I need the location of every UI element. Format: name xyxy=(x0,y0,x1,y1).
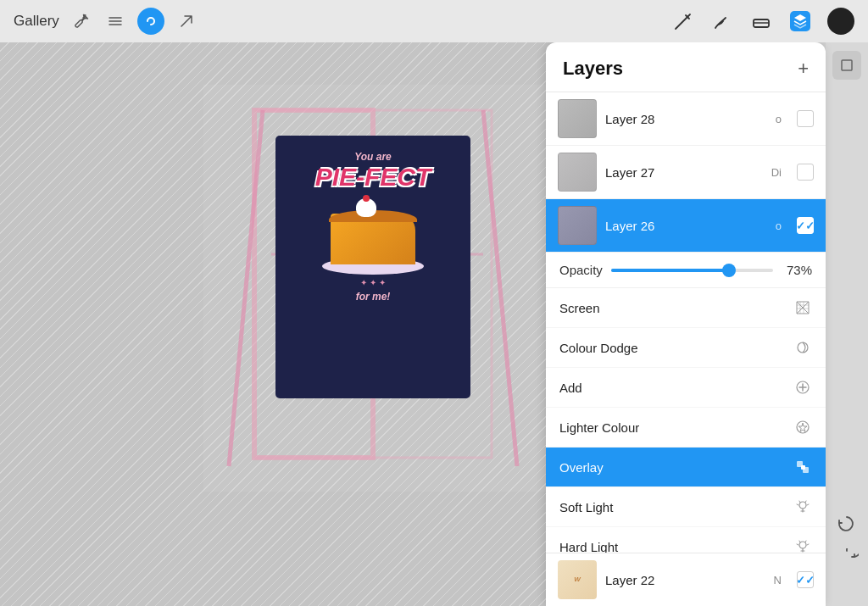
layers-header: Layers + xyxy=(546,42,826,92)
layer-27-mode: Di xyxy=(771,166,782,179)
pencil-icon[interactable] xyxy=(671,9,695,33)
card-text-3: for me! xyxy=(356,291,391,303)
svg-line-3 xyxy=(229,110,263,466)
layer-26-name: Layer 26 xyxy=(605,219,767,233)
blend-screen-icon xyxy=(793,298,812,317)
layer-28-mode: o xyxy=(776,113,782,125)
layer-27-name: Layer 27 xyxy=(605,165,763,180)
opacity-value: 73% xyxy=(782,263,812,277)
blend-lighter-colour-icon xyxy=(793,418,812,436)
layer-27-visibility[interactable] xyxy=(797,164,814,181)
blend-screen-label: Screen xyxy=(559,301,600,315)
layers-title: Layers xyxy=(563,58,623,80)
card-text-2: PIE-FECT xyxy=(315,164,431,190)
toolbar-left: Gallery xyxy=(14,8,198,35)
svg-rect-13 xyxy=(801,465,805,470)
wrench-icon[interactable] xyxy=(70,9,93,33)
layer-22-mode: N xyxy=(774,574,782,587)
layer-22-visibility[interactable]: ✓ xyxy=(797,571,814,588)
blend-lighter-colour-label: Lighter Colour xyxy=(559,420,639,435)
undo-button[interactable] xyxy=(835,514,859,538)
blend-colour-dodge-icon xyxy=(793,338,812,357)
blend-mode-soft-light[interactable]: Soft Light xyxy=(546,487,826,527)
blend-soft-light-icon xyxy=(793,498,812,516)
card-text-1: You are xyxy=(354,151,392,163)
blend-add-icon xyxy=(793,378,812,397)
layer-22-name: Layer 22 xyxy=(605,573,765,587)
add-layer-button[interactable]: + xyxy=(798,59,809,78)
blend-hard-light-label: Hard Light xyxy=(559,540,618,553)
color-picker[interactable] xyxy=(827,8,854,35)
blend-add-label: Add xyxy=(559,381,582,395)
blend-mode-add[interactable]: Add xyxy=(546,368,826,408)
layer-item-26[interactable]: Layer 26 o ✓ xyxy=(546,199,826,253)
blend-mode-hard-light[interactable]: Hard Light xyxy=(546,527,826,553)
svg-rect-6 xyxy=(842,60,852,70)
layer-26-visibility[interactable]: ✓ xyxy=(797,217,814,234)
blend-overlay-label: Overlay xyxy=(559,460,604,475)
right-panel xyxy=(826,42,868,606)
layer-item-22[interactable]: W Layer 22 N ✓ xyxy=(546,553,826,606)
layer-28-thumbnail xyxy=(558,99,597,138)
procreate-icon[interactable] xyxy=(137,8,164,35)
layer-item-27[interactable]: Layer 27 Di xyxy=(546,146,826,199)
artwork-card: You are PIE-FECT ✦ ✦ ✦ for me! xyxy=(275,136,470,398)
layer-22-thumbnail: W xyxy=(558,560,597,599)
layer-26-mode: o xyxy=(776,220,782,232)
pie-illustration xyxy=(314,198,432,275)
opacity-row: Opacity 73% xyxy=(546,253,826,288)
svg-line-4 xyxy=(483,110,517,466)
blend-hard-light-icon xyxy=(793,537,812,553)
blend-modes-list: Screen Colour Dodge Add xyxy=(546,288,826,553)
layer-26-thumbnail xyxy=(558,206,597,245)
toolbar-right xyxy=(671,8,854,35)
smudge-icon[interactable] xyxy=(710,9,734,33)
layers-panel: Layers + Layer 28 o Layer 27 Di Layer 26… xyxy=(546,42,826,606)
blend-soft-light-label: Soft Light xyxy=(559,500,613,514)
actions-icon[interactable] xyxy=(103,9,127,33)
blend-mode-overlay[interactable]: Overlay xyxy=(546,448,826,487)
layers-tool-icon[interactable] xyxy=(788,9,812,33)
artwork-container: You are PIE-FECT ✦ ✦ ✦ for me! xyxy=(203,85,547,492)
toolbar: Gallery xyxy=(0,0,868,42)
layer-28-name: Layer 28 xyxy=(605,112,767,126)
blend-overlay-icon xyxy=(793,458,812,476)
opacity-label: Opacity xyxy=(559,263,603,277)
blend-mode-screen[interactable]: Screen xyxy=(546,288,826,328)
redo-button[interactable] xyxy=(835,548,859,572)
gallery-button[interactable]: Gallery xyxy=(14,13,59,30)
transform-button[interactable] xyxy=(832,51,861,80)
blend-mode-lighter-colour[interactable]: Lighter Colour xyxy=(546,408,826,448)
sparkles: ✦ ✦ ✦ xyxy=(360,278,386,287)
layer-item-28[interactable]: Layer 28 o xyxy=(546,92,826,146)
blend-colour-dodge-label: Colour Dodge xyxy=(559,341,638,355)
layer-27-thumbnail xyxy=(558,153,597,192)
layer-28-visibility[interactable] xyxy=(797,110,814,127)
opacity-slider[interactable] xyxy=(611,269,773,272)
opacity-thumb[interactable] xyxy=(722,264,736,277)
arrow-icon[interactable] xyxy=(175,9,198,33)
opacity-fill xyxy=(611,269,730,272)
blend-mode-colour-dodge[interactable]: Colour Dodge xyxy=(546,328,826,368)
eraser-icon[interactable] xyxy=(749,9,773,33)
